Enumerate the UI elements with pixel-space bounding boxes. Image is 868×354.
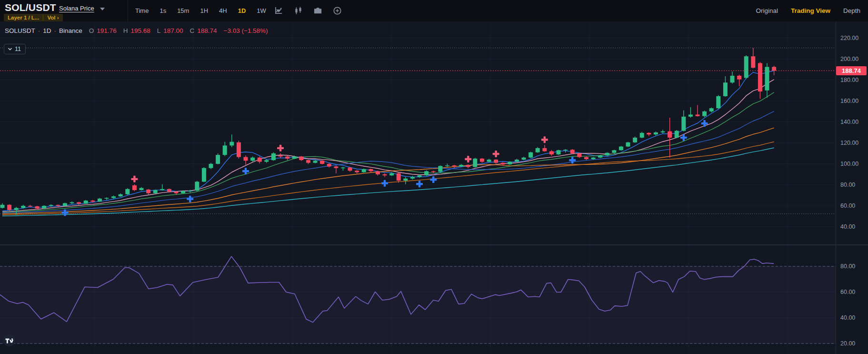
camera-icon[interactable] [313, 6, 322, 15]
top-toolbar: SOL/USDT Solana Price Layer 1 / L...Vol … [0, 0, 868, 21]
interval-1D[interactable]: 1D [238, 7, 246, 14]
change-value: −3.03 (−1.58%) [224, 27, 268, 34]
last-price-value: 188.74 [842, 67, 861, 74]
indicator-axis-label: 20.00 [840, 340, 855, 347]
interval-15m[interactable]: 15m [177, 7, 189, 14]
view-tab-depth[interactable]: Depth [843, 7, 860, 14]
interval-1W[interactable]: 1W [257, 7, 266, 14]
price-axis-label: 40.00 [840, 223, 855, 230]
ohlc-legend: SOLUSDT · 1D · Binance O191.76 H195.68 L… [5, 27, 268, 34]
open-value: 191.76 [97, 27, 116, 34]
legend-separator: · [54, 27, 57, 34]
chevron-down-icon [8, 47, 12, 51]
price-axis-label: 160.00 [840, 98, 858, 104]
price-axis-label: 60.00 [840, 202, 855, 209]
price-axis-label: 180.00 [840, 77, 858, 83]
indicator-axis-label: 60.00 [840, 289, 855, 295]
symbol-info-link[interactable]: Solana Price [59, 5, 94, 12]
trading-chart-app: 220.00200.00180.00160.00140.00120.00100.… [0, 0, 868, 354]
view-tab-trading-view[interactable]: Trading View [791, 7, 830, 14]
chart-tool-icons [274, 0, 342, 21]
price-axis-label: 80.00 [840, 182, 855, 188]
high-label: H [123, 27, 128, 34]
symbol-title: SOL/USDT [5, 2, 56, 13]
symbol-tag-1[interactable]: Vol › [43, 14, 62, 21]
legend-interval: 1D [43, 27, 51, 34]
low-label: L [157, 27, 161, 34]
candlestick-chart-icon[interactable] [294, 6, 303, 15]
line-chart-icon[interactable] [274, 6, 283, 15]
legend-separator: · [38, 27, 40, 34]
open-label: O [89, 27, 94, 34]
price-axis-label: 200.00 [840, 56, 858, 62]
legend-symbol: SOLUSDT [5, 27, 35, 34]
symbol-dropdown-caret-icon[interactable] [100, 8, 105, 10]
interval-selector: Time1s15m1H4H1D1W [135, 0, 281, 21]
symbol-tags: Layer 1 / L...Vol › [4, 14, 63, 21]
indicator-axis-label: 80.00 [840, 263, 855, 270]
symbol-tag-0[interactable]: Layer 1 / L... [4, 14, 43, 21]
interval-Time[interactable]: Time [135, 7, 149, 14]
chart-canvas[interactable]: 220.00200.00180.00160.00140.00120.00100.… [0, 0, 868, 354]
indicators-count: 11 [15, 46, 21, 52]
view-mode-tabs: OriginalTrading ViewDepth [756, 0, 860, 21]
indicators-collapse-button[interactable]: 11 [4, 44, 26, 54]
price-axis-label: 220.00 [840, 35, 858, 41]
indicator-axis-label: 40.00 [840, 314, 855, 321]
price-axis-label: 100.00 [840, 161, 858, 167]
close-value: 188.74 [197, 27, 217, 34]
price-axis-label: 120.00 [840, 140, 858, 146]
toolbar-divider [128, 0, 128, 21]
view-tab-original[interactable]: Original [756, 7, 778, 14]
tradingview-logo[interactable] [2, 334, 16, 347]
close-label: C [190, 27, 195, 34]
plus-circle-icon[interactable] [333, 6, 342, 15]
high-value: 195.68 [130, 27, 150, 34]
interval-1s[interactable]: 1s [160, 7, 166, 14]
low-value: 187.00 [163, 27, 183, 34]
legend-exchange: Binance [59, 27, 82, 34]
interval-4H[interactable]: 4H [219, 7, 227, 14]
price-axis-label: 140.00 [840, 119, 858, 125]
interval-1H[interactable]: 1H [200, 7, 208, 14]
